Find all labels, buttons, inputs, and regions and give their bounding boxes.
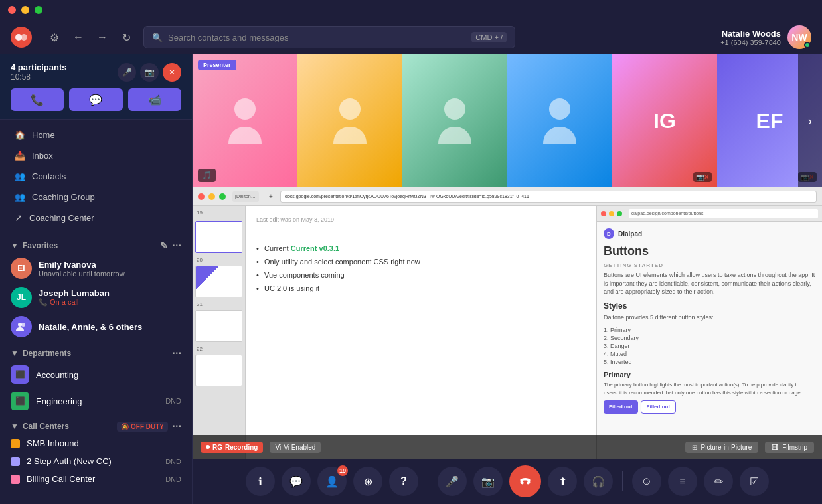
favorite-joseph[interactable]: JL Joseph Lumaban 📞 On a call	[0, 283, 192, 312]
chat-button[interactable]: 💬	[282, 467, 311, 496]
search-placeholder: Search contacts and messages	[168, 33, 466, 42]
recording-badge: RG Recording	[201, 442, 263, 453]
edit-icon[interactable]: ✎	[160, 240, 168, 251]
browser-url-bar[interactable]: docs.google.com/presentation/d/1tmCyrjdA…	[280, 191, 817, 203]
dnd-badge: DND	[165, 458, 181, 465]
favorite-name: Natalie, Annie, & 6 others	[39, 322, 181, 332]
video-button[interactable]: 📷	[473, 467, 503, 496]
sidebar-item-home[interactable]: 🏠 Home	[4, 125, 188, 145]
more-icon[interactable]: ⋯	[172, 348, 181, 359]
cc-status-dot	[11, 457, 20, 466]
pip-button[interactable]: ⊞ Picture-in-Picture	[685, 442, 759, 453]
departments-toggle[interactable]: ▼ Departments	[11, 349, 71, 358]
sidebar-item-label: Contacts	[32, 171, 66, 181]
favorite-group[interactable]: Natalie, Annie, & 6 others	[0, 312, 192, 341]
end-call-button[interactable]	[509, 465, 541, 497]
new-tab-button[interactable]: +	[266, 191, 276, 202]
dialpad-logo: D	[604, 228, 614, 239]
video-participant-4	[507, 54, 612, 187]
toolbar-divider-2	[622, 471, 623, 491]
video-strip: Presenter 🎵	[193, 54, 822, 187]
panel-minimize	[609, 211, 614, 216]
participant-video	[297, 54, 402, 187]
sidebar-item-inbox[interactable]: 📥 Inbox	[4, 145, 188, 166]
browser-tab-active: [Dalitone] An Intro - Google Sli...	[232, 191, 259, 202]
styles-list: 1. Primary 2. Secondary 3. Danger 4. Mut…	[604, 327, 815, 365]
info-button[interactable]: ℹ	[246, 467, 275, 496]
participant-video	[193, 54, 297, 187]
video-participant-3	[402, 54, 507, 187]
slide-thumb-active[interactable]	[195, 221, 242, 253]
departments-label: Departments	[23, 349, 71, 358]
dept-accounting[interactable]: ⬛ Accounting	[0, 361, 192, 388]
annotate-button[interactable]: ✏	[704, 467, 733, 496]
sidebar-item-label: Home	[32, 130, 55, 140]
dept-engineering[interactable]: ⬛ Engineering DND	[0, 388, 192, 414]
forward-icon[interactable]: →	[93, 28, 112, 46]
dnd-badge: DND	[165, 397, 181, 405]
participants-count-badge: 19	[337, 465, 348, 476]
mute-button[interactable]: 🎤	[118, 63, 136, 82]
favorites-label: Favorites	[23, 241, 58, 250]
favorites-toggle[interactable]: ▼ Favorites	[11, 241, 58, 250]
close-button[interactable]	[8, 6, 16, 14]
call-centers-header: ▼ Call Centers 🔕 OFF DUTY ⋯	[0, 414, 192, 434]
panel-body: D Dialpad Buttons GETTING STARTED Button…	[597, 222, 822, 459]
more-icon[interactable]: ⋯	[172, 421, 181, 432]
call-centers-label: Call Centers	[23, 422, 69, 431]
mute-button[interactable]: 🎤	[438, 467, 467, 496]
slide-thumb[interactable]	[195, 266, 242, 297]
settings-icon[interactable]: ⚙	[45, 28, 64, 46]
audio-settings-button[interactable]: 🎧	[584, 467, 613, 496]
slide-right-panel: daipad.design/components/buttons D	[596, 206, 822, 459]
sidebar-item-coaching-center[interactable]: ↗ Coaching Center	[4, 207, 188, 228]
slide-bullet-2: Only utility and select component CSS ri…	[256, 258, 586, 266]
more-icon[interactable]: ⋯	[172, 240, 181, 251]
refresh-icon[interactable]: ↻	[117, 28, 135, 46]
camera-button[interactable]: 📷	[140, 63, 159, 82]
home-icon: 🏠	[15, 130, 25, 140]
cc-2step-auth[interactable]: 2 Step Auth (New CC) DND	[0, 452, 192, 470]
filled-button-example[interactable]: Filled out	[604, 400, 638, 414]
online-status-dot	[804, 42, 811, 48]
enabled-label: Vi Enabled	[284, 444, 315, 451]
slide-thumb[interactable]	[195, 355, 242, 386]
avatar[interactable]: NW	[787, 25, 811, 49]
favorite-emily[interactable]: EI Emily Ivanova Unavailable until tomor…	[0, 254, 192, 283]
call-centers-toggle[interactable]: ▼ Call Centers	[11, 422, 69, 431]
user-info: Natalie Woods +1 (604) 359-7840	[720, 29, 781, 46]
search-bar[interactable]: 🔍 Search contacts and messages CMD + /	[143, 26, 515, 48]
slide-number: 19	[195, 210, 242, 216]
pip-icon: ⊞	[692, 444, 697, 451]
panel-title: Buttons	[604, 244, 815, 258]
browser-toolbar: [Dalitone] An Intro - Google Sli... + do…	[193, 187, 822, 206]
more-options-button[interactable]: ≡	[668, 467, 697, 496]
back-icon[interactable]: ←	[69, 28, 88, 46]
message-button[interactable]: 💬	[69, 88, 122, 111]
engineering-icon: ⬛	[11, 392, 29, 410]
add-button[interactable]: ⊕	[353, 467, 382, 496]
favorite-name: Emily Ivanova	[39, 260, 181, 270]
tasks-button[interactable]: ☑	[740, 467, 769, 496]
avatar: JL	[11, 287, 32, 308]
audio-call-button[interactable]: 📞	[11, 88, 64, 111]
outline-button-example[interactable]: Filled out	[641, 400, 677, 414]
browser-minimize	[208, 193, 215, 200]
slide-thumb[interactable]	[195, 310, 242, 342]
sidebar-item-label: Coaching Center	[29, 213, 94, 223]
strip-next-button[interactable]: ›	[798, 54, 822, 187]
reaction-button[interactable]: ☺	[632, 467, 661, 496]
share-screen-button[interactable]: ⬆	[548, 467, 577, 496]
filmstrip-button[interactable]: 🎞 Filmstrip	[765, 442, 814, 453]
participants-button[interactable]: 👤 19	[317, 467, 347, 496]
favorite-name: Joseph Lumaban	[39, 288, 181, 298]
help-button[interactable]: ?	[389, 467, 418, 496]
sidebar-item-contacts[interactable]: 👥 Contacts	[4, 166, 188, 187]
video-call-button[interactable]: 📹	[128, 88, 181, 111]
cc-smb-inbound[interactable]: SMB Inbound	[0, 434, 192, 452]
end-call-button[interactable]: ✕	[163, 63, 181, 82]
cc-billing[interactable]: Billing Call Center DND	[0, 470, 192, 488]
minimize-button[interactable]	[21, 6, 29, 14]
maximize-button[interactable]	[35, 6, 42, 14]
sidebar-item-coaching-group[interactable]: 👥 Coaching Group	[4, 187, 188, 207]
